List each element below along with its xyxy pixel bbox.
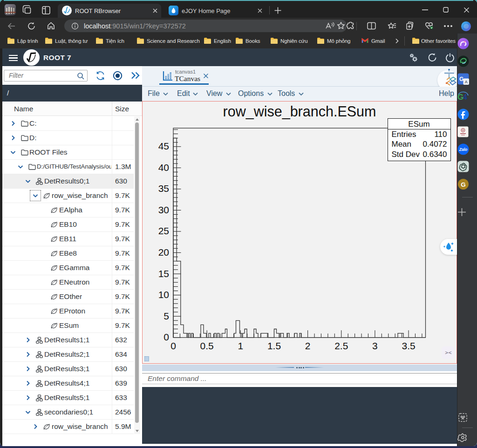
svg-text:G: G [459, 76, 463, 82]
svg-text:2.5: 2.5 [334, 340, 348, 351]
svg-text:1: 1 [238, 340, 243, 351]
svg-text:Zalo: Zalo [459, 147, 467, 152]
svg-text:35: 35 [158, 183, 169, 194]
svg-text:40: 40 [158, 162, 169, 173]
svg-text:20: 20 [158, 247, 169, 258]
svg-text:3.5: 3.5 [402, 340, 415, 351]
svg-text:15: 15 [158, 268, 169, 279]
svg-text:30: 30 [158, 204, 169, 215]
svg-text:A: A [465, 80, 468, 84]
svg-text:45: 45 [158, 141, 169, 151]
svg-text:25: 25 [158, 225, 169, 236]
svg-text:0: 0 [164, 332, 169, 342]
svg-text:4: 4 [463, 93, 467, 101]
svg-text:0: 0 [170, 340, 176, 351]
svg-text:G: G [461, 181, 466, 188]
svg-text:1.5: 1.5 [267, 340, 281, 351]
svg-text:2: 2 [305, 340, 311, 351]
svg-text:0.5: 0.5 [200, 340, 214, 351]
svg-text:5: 5 [164, 311, 169, 321]
svg-text:10: 10 [158, 289, 169, 300]
svg-text:3: 3 [372, 340, 378, 351]
